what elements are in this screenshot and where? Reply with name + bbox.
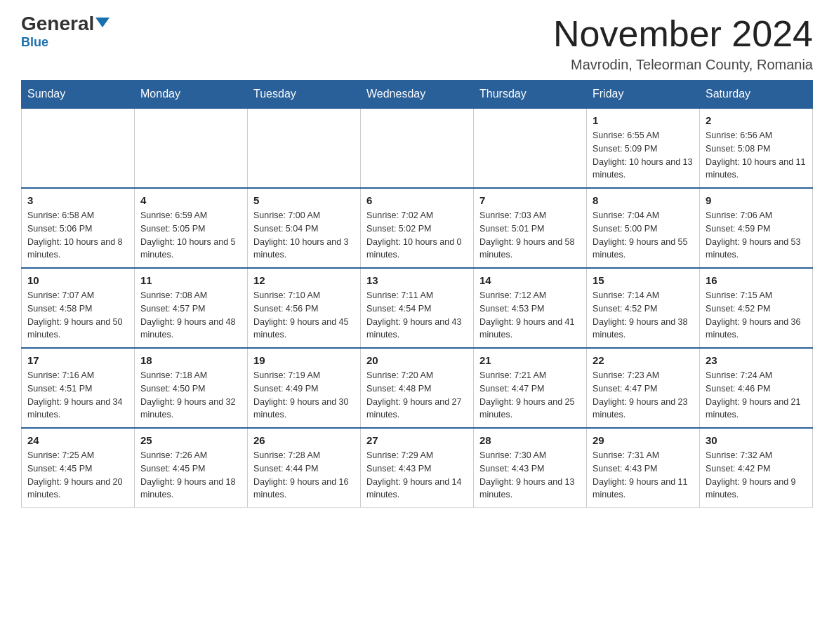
calendar-cell: 4 Sunrise: 6:59 AM Sunset: 5:05 PM Dayli… bbox=[135, 188, 248, 268]
day-number: 13 bbox=[366, 274, 468, 286]
sunset-text: Sunset: 4:43 PM bbox=[479, 464, 544, 474]
daylight-text: Daylight: 10 hours and 3 minutes. bbox=[253, 237, 349, 260]
sunset-text: Sunset: 4:52 PM bbox=[593, 304, 657, 314]
calendar-cell: 1 Sunrise: 6:55 AM Sunset: 5:09 PM Dayli… bbox=[587, 108, 700, 188]
calendar-cell: 25 Sunrise: 7:26 AM Sunset: 4:45 PM Dayl… bbox=[135, 428, 248, 508]
calendar-cell: 22 Sunrise: 7:23 AM Sunset: 4:47 PM Dayl… bbox=[587, 348, 700, 428]
daylight-text: Daylight: 9 hours and 9 minutes. bbox=[706, 477, 796, 500]
calendar-week-2: 3 Sunrise: 6:58 AM Sunset: 5:06 PM Dayli… bbox=[22, 188, 813, 268]
day-number: 5 bbox=[253, 194, 355, 206]
sunset-text: Sunset: 4:59 PM bbox=[706, 224, 770, 234]
day-info: Sunrise: 7:30 AM Sunset: 4:43 PM Dayligh… bbox=[479, 449, 581, 502]
calendar-cell: 16 Sunrise: 7:15 AM Sunset: 4:52 PM Dayl… bbox=[700, 268, 813, 348]
header-wednesday: Wednesday bbox=[361, 81, 474, 109]
logo-blue-text: Blue bbox=[21, 35, 48, 50]
header-tuesday: Tuesday bbox=[248, 81, 361, 109]
sunrise-text: Sunrise: 7:28 AM bbox=[253, 450, 320, 460]
day-info: Sunrise: 7:08 AM Sunset: 4:57 PM Dayligh… bbox=[140, 289, 241, 342]
sunrise-text: Sunrise: 7:06 AM bbox=[706, 210, 772, 220]
daylight-text: Daylight: 9 hours and 30 minutes. bbox=[253, 397, 349, 420]
sunrise-text: Sunrise: 7:12 AM bbox=[479, 290, 546, 300]
day-number: 15 bbox=[593, 274, 694, 286]
day-info: Sunrise: 7:12 AM Sunset: 4:53 PM Dayligh… bbox=[479, 289, 581, 342]
calendar-cell bbox=[22, 108, 135, 188]
day-number: 3 bbox=[27, 194, 128, 206]
sunrise-text: Sunrise: 7:10 AM bbox=[253, 290, 320, 300]
sunrise-text: Sunrise: 7:07 AM bbox=[27, 290, 94, 300]
weekday-header-row: Sunday Monday Tuesday Wednesday Thursday… bbox=[22, 81, 813, 109]
calendar-cell: 20 Sunrise: 7:20 AM Sunset: 4:48 PM Dayl… bbox=[361, 348, 474, 428]
calendar-cell: 30 Sunrise: 7:32 AM Sunset: 4:42 PM Dayl… bbox=[700, 428, 813, 508]
header-saturday: Saturday bbox=[700, 81, 813, 109]
day-number: 24 bbox=[27, 434, 128, 446]
title-area: November 2024 Mavrodin, Teleorman County… bbox=[553, 14, 813, 73]
daylight-text: Daylight: 9 hours and 50 minutes. bbox=[27, 317, 123, 340]
logo: General Blue bbox=[21, 14, 110, 50]
calendar-cell: 11 Sunrise: 7:08 AM Sunset: 4:57 PM Dayl… bbox=[135, 268, 248, 348]
sunrise-text: Sunrise: 7:23 AM bbox=[593, 370, 659, 380]
sunset-text: Sunset: 4:49 PM bbox=[253, 384, 318, 394]
daylight-text: Daylight: 9 hours and 23 minutes. bbox=[593, 397, 688, 420]
calendar-cell: 13 Sunrise: 7:11 AM Sunset: 4:54 PM Dayl… bbox=[361, 268, 474, 348]
day-info: Sunrise: 7:23 AM Sunset: 4:47 PM Dayligh… bbox=[593, 369, 694, 422]
daylight-text: Daylight: 9 hours and 55 minutes. bbox=[593, 237, 688, 260]
daylight-text: Daylight: 9 hours and 11 minutes. bbox=[593, 477, 688, 500]
sunrise-text: Sunrise: 7:00 AM bbox=[253, 210, 320, 220]
sunrise-text: Sunrise: 7:29 AM bbox=[366, 450, 433, 460]
sunset-text: Sunset: 5:02 PM bbox=[366, 224, 431, 234]
calendar-cell bbox=[248, 108, 361, 188]
sunset-text: Sunset: 5:00 PM bbox=[593, 224, 657, 234]
day-number: 22 bbox=[593, 354, 694, 366]
day-number: 17 bbox=[27, 354, 128, 366]
day-info: Sunrise: 7:03 AM Sunset: 5:01 PM Dayligh… bbox=[479, 209, 581, 262]
day-info: Sunrise: 6:59 AM Sunset: 5:05 PM Dayligh… bbox=[140, 209, 241, 262]
day-number: 27 bbox=[366, 434, 468, 446]
calendar-cell: 2 Sunrise: 6:56 AM Sunset: 5:08 PM Dayli… bbox=[700, 108, 813, 188]
logo-text: General bbox=[21, 14, 110, 34]
calendar-cell: 3 Sunrise: 6:58 AM Sunset: 5:06 PM Dayli… bbox=[22, 188, 135, 268]
day-number: 8 bbox=[593, 194, 694, 206]
header-friday: Friday bbox=[587, 81, 700, 109]
calendar-cell: 29 Sunrise: 7:31 AM Sunset: 4:43 PM Dayl… bbox=[587, 428, 700, 508]
day-info: Sunrise: 7:26 AM Sunset: 4:45 PM Dayligh… bbox=[140, 449, 241, 502]
daylight-text: Daylight: 9 hours and 41 minutes. bbox=[479, 317, 575, 340]
day-info: Sunrise: 7:19 AM Sunset: 4:49 PM Dayligh… bbox=[253, 369, 355, 422]
calendar-cell: 9 Sunrise: 7:06 AM Sunset: 4:59 PM Dayli… bbox=[700, 188, 813, 268]
day-info: Sunrise: 6:56 AM Sunset: 5:08 PM Dayligh… bbox=[706, 129, 807, 182]
day-info: Sunrise: 7:04 AM Sunset: 5:00 PM Dayligh… bbox=[593, 209, 694, 262]
calendar-week-1: 1 Sunrise: 6:55 AM Sunset: 5:09 PM Dayli… bbox=[22, 108, 813, 188]
calendar-cell: 15 Sunrise: 7:14 AM Sunset: 4:52 PM Dayl… bbox=[587, 268, 700, 348]
calendar-cell: 18 Sunrise: 7:18 AM Sunset: 4:50 PM Dayl… bbox=[135, 348, 248, 428]
sunset-text: Sunset: 4:45 PM bbox=[140, 464, 205, 474]
calendar-cell bbox=[474, 108, 587, 188]
page-header: General Blue November 2024 Mavrodin, Tel… bbox=[21, 14, 813, 73]
day-info: Sunrise: 7:32 AM Sunset: 4:42 PM Dayligh… bbox=[706, 449, 807, 502]
daylight-text: Daylight: 9 hours and 48 minutes. bbox=[140, 317, 236, 340]
day-number: 21 bbox=[479, 354, 581, 366]
location-subtitle: Mavrodin, Teleorman County, Romania bbox=[553, 57, 813, 73]
daylight-text: Daylight: 10 hours and 11 minutes. bbox=[706, 157, 805, 180]
sunset-text: Sunset: 4:54 PM bbox=[366, 304, 431, 314]
day-info: Sunrise: 7:07 AM Sunset: 4:58 PM Dayligh… bbox=[27, 289, 128, 342]
calendar-cell: 12 Sunrise: 7:10 AM Sunset: 4:56 PM Dayl… bbox=[248, 268, 361, 348]
sunset-text: Sunset: 4:51 PM bbox=[27, 384, 92, 394]
daylight-text: Daylight: 9 hours and 14 minutes. bbox=[366, 477, 462, 500]
sunrise-text: Sunrise: 7:03 AM bbox=[479, 210, 546, 220]
daylight-text: Daylight: 9 hours and 18 minutes. bbox=[140, 477, 236, 500]
calendar-cell: 19 Sunrise: 7:19 AM Sunset: 4:49 PM Dayl… bbox=[248, 348, 361, 428]
daylight-text: Daylight: 9 hours and 27 minutes. bbox=[366, 397, 462, 420]
sunset-text: Sunset: 5:09 PM bbox=[593, 144, 657, 154]
sunrise-text: Sunrise: 7:19 AM bbox=[253, 370, 320, 380]
sunrise-text: Sunrise: 6:59 AM bbox=[140, 210, 207, 220]
header-sunday: Sunday bbox=[22, 81, 135, 109]
calendar-week-4: 17 Sunrise: 7:16 AM Sunset: 4:51 PM Dayl… bbox=[22, 348, 813, 428]
calendar-cell: 26 Sunrise: 7:28 AM Sunset: 4:44 PM Dayl… bbox=[248, 428, 361, 508]
sunrise-text: Sunrise: 7:08 AM bbox=[140, 290, 207, 300]
day-info: Sunrise: 7:02 AM Sunset: 5:02 PM Dayligh… bbox=[366, 209, 468, 262]
daylight-text: Daylight: 9 hours and 21 minutes. bbox=[706, 397, 801, 420]
header-monday: Monday bbox=[135, 81, 248, 109]
sunset-text: Sunset: 4:47 PM bbox=[479, 384, 544, 394]
daylight-text: Daylight: 9 hours and 53 minutes. bbox=[706, 237, 801, 260]
logo-triangle-icon bbox=[95, 18, 110, 27]
calendar-cell: 7 Sunrise: 7:03 AM Sunset: 5:01 PM Dayli… bbox=[474, 188, 587, 268]
